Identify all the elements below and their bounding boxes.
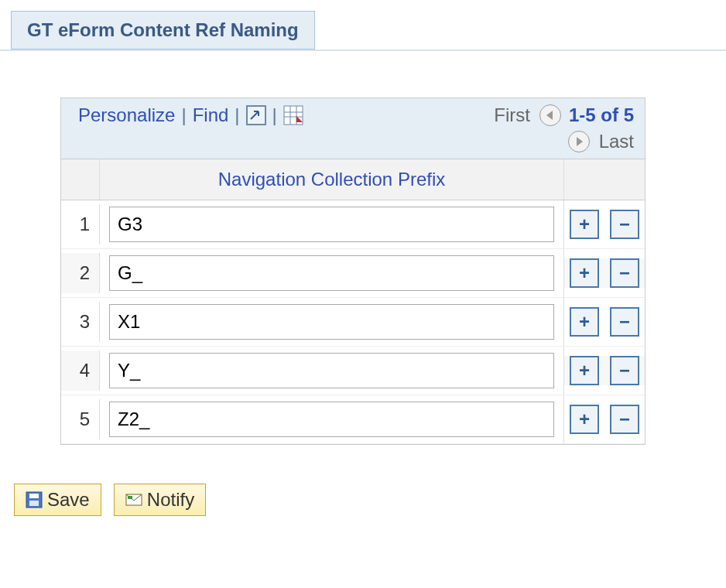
add-row-button[interactable]: + — [570, 210, 599, 239]
table-row: 4+− — [61, 347, 645, 395]
download-icon[interactable] — [283, 105, 303, 125]
svg-rect-7 — [29, 494, 39, 498]
grid-last-label: Last — [599, 131, 634, 152]
table-row: 5+− — [61, 395, 645, 444]
grid-header-prefix[interactable]: Navigation Collection Prefix — [100, 159, 564, 200]
grid-first-label: First — [494, 104, 530, 126]
delete-row-button[interactable]: − — [610, 356, 639, 385]
grid-personalize-link[interactable]: Personalize — [78, 104, 175, 126]
row-number: 2 — [61, 253, 100, 293]
notify-button-label: Notify — [147, 489, 194, 511]
prefix-input[interactable] — [109, 207, 554, 242]
footer-bar: Save Notify — [14, 484, 726, 516]
table-row: 2+− — [61, 249, 645, 298]
svg-rect-0 — [247, 106, 265, 125]
row-number: 4 — [61, 350, 100, 391]
grid-header-num — [61, 159, 100, 200]
prefix-input[interactable] — [109, 304, 554, 340]
notify-icon — [125, 491, 142, 508]
prefix-input[interactable] — [109, 353, 554, 388]
row-number: 1 — [61, 204, 100, 244]
table-row: 1+− — [61, 200, 645, 249]
svg-rect-10 — [128, 496, 132, 499]
prefix-input[interactable] — [109, 402, 554, 437]
add-row-button[interactable]: + — [570, 405, 599, 434]
svg-rect-8 — [29, 501, 39, 506]
grid-prev-button[interactable] — [539, 104, 561, 126]
save-button-label: Save — [47, 489, 90, 511]
delete-row-button[interactable]: − — [610, 210, 639, 239]
delete-row-button[interactable]: − — [610, 405, 639, 434]
row-number: 3 — [61, 302, 100, 342]
separator: | — [266, 104, 283, 126]
add-row-button[interactable]: + — [570, 356, 599, 385]
prefix-input[interactable] — [109, 255, 554, 291]
delete-row-button[interactable]: − — [610, 258, 639, 288]
grid-header-del — [604, 159, 645, 200]
grid-toolbar: Personalize | Find | | First 1-5 of 5 La… — [61, 98, 645, 159]
zoom-icon[interactable] — [246, 105, 266, 125]
separator: | — [175, 104, 192, 126]
tab-bar: GT eForm Content Ref Naming — [0, 0, 726, 51]
add-row-button[interactable]: + — [570, 307, 599, 337]
table-row: 3+− — [61, 298, 645, 347]
grid-find-link[interactable]: Find — [193, 104, 229, 126]
add-row-button[interactable]: + — [570, 258, 599, 288]
tab-content-ref-naming[interactable]: GT eForm Content Ref Naming — [11, 11, 315, 50]
grid-header-add — [564, 159, 604, 200]
nav-prefix-grid: Personalize | Find | | First 1-5 of 5 La… — [60, 97, 646, 445]
grid-header-row: Navigation Collection Prefix — [61, 159, 645, 200]
grid-range-label: 1-5 of 5 — [569, 104, 634, 126]
row-number: 5 — [61, 399, 100, 439]
save-icon — [26, 491, 43, 508]
separator: | — [228, 104, 245, 126]
delete-row-button[interactable]: − — [610, 307, 639, 337]
save-button[interactable]: Save — [14, 484, 101, 516]
notify-button[interactable]: Notify — [114, 484, 206, 516]
grid-next-button[interactable] — [568, 131, 590, 152]
